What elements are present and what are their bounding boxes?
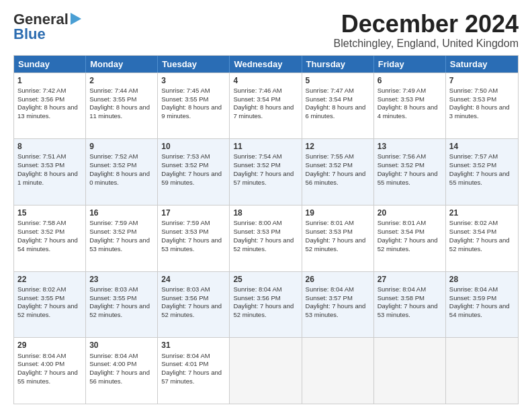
sunrise-info: Sunrise: 7:52 AM <box>89 152 154 161</box>
calendar-cell: 22 Sunrise: 8:02 AM Sunset: 3:55 PM Dayl… <box>14 272 86 338</box>
day-number: 16 <box>89 208 154 218</box>
sunrise-info: Sunrise: 7:50 AM <box>449 87 515 95</box>
calendar-cell: 26 Sunrise: 8:04 AM Sunset: 3:57 PM Dayl… <box>302 272 374 338</box>
calendar-cell: 23 Sunrise: 8:03 AM Sunset: 3:55 PM Dayl… <box>86 272 158 338</box>
day-number: 4 <box>233 75 298 86</box>
daylight-info: Daylight: 7 hours and 56 minutes. <box>89 369 154 386</box>
day-number: 18 <box>233 208 298 218</box>
daylight-info: Daylight: 8 hours and 7 minutes. <box>233 103 298 121</box>
daylight-info: Daylight: 8 hours and 13 minutes. <box>17 103 82 121</box>
daylight-info: Daylight: 7 hours and 57 minutes. <box>233 170 298 187</box>
daylight-info: Daylight: 8 hours and 11 minutes. <box>89 103 154 121</box>
sunrise-info: Sunrise: 7:51 AM <box>17 152 82 161</box>
sunset-info: Sunset: 3:55 PM <box>17 294 82 303</box>
calendar-header-cell: Thursday <box>302 56 374 73</box>
calendar-header-row: SundayMondayTuesdayWednesdayThursdayFrid… <box>14 56 518 73</box>
logo-blue: Blue <box>13 26 46 43</box>
calendar-header-cell: Tuesday <box>158 56 230 73</box>
daylight-info: Daylight: 7 hours and 55 minutes. <box>449 170 515 187</box>
calendar-row: 1 Sunrise: 7:42 AM Sunset: 3:56 PM Dayli… <box>14 73 518 139</box>
sunset-info: Sunset: 3:52 PM <box>89 228 154 236</box>
sunset-info: Sunset: 4:00 PM <box>89 360 154 369</box>
day-number: 6 <box>378 75 442 86</box>
sunrise-info: Sunrise: 7:42 AM <box>17 87 82 95</box>
daylight-info: Daylight: 8 hours and 9 minutes. <box>161 103 226 121</box>
calendar-cell: 24 Sunrise: 8:03 AM Sunset: 3:56 PM Dayl… <box>158 272 230 338</box>
sunset-info: Sunset: 3:55 PM <box>161 95 226 104</box>
calendar-cell: 8 Sunrise: 7:51 AM Sunset: 3:53 PM Dayli… <box>14 139 86 205</box>
daylight-info: Daylight: 7 hours and 53 minutes. <box>89 236 154 254</box>
day-number: 12 <box>306 141 370 152</box>
sunset-info: Sunset: 3:53 PM <box>449 95 515 104</box>
day-number: 11 <box>233 141 298 152</box>
sunrise-info: Sunrise: 7:59 AM <box>161 219 226 228</box>
sunrise-info: Sunrise: 7:58 AM <box>17 219 82 228</box>
daylight-info: Daylight: 7 hours and 52 minutes. <box>233 302 298 320</box>
calendar-cell: 15 Sunrise: 7:58 AM Sunset: 3:52 PM Dayl… <box>14 205 86 271</box>
sunset-info: Sunset: 3:54 PM <box>378 228 442 236</box>
calendar-cell: 13 Sunrise: 7:56 AM Sunset: 3:52 PM Dayl… <box>374 139 446 205</box>
sunset-info: Sunset: 3:53 PM <box>233 228 298 236</box>
sunrise-info: Sunrise: 8:04 AM <box>89 352 154 361</box>
day-number: 10 <box>161 141 226 152</box>
daylight-info: Daylight: 8 hours and 4 minutes. <box>378 103 442 121</box>
calendar-cell: 4 Sunrise: 7:46 AM Sunset: 3:54 PM Dayli… <box>230 73 302 139</box>
calendar-cell: 7 Sunrise: 7:50 AM Sunset: 3:53 PM Dayli… <box>446 73 518 139</box>
calendar: SundayMondayTuesdayWednesdayThursdayFrid… <box>13 55 519 404</box>
daylight-info: Daylight: 8 hours and 0 minutes. <box>89 170 154 187</box>
sunrise-info: Sunrise: 7:46 AM <box>233 87 298 95</box>
logo: General Blue <box>13 11 81 43</box>
day-number: 22 <box>17 274 82 285</box>
sunset-info: Sunset: 3:52 PM <box>449 161 515 170</box>
day-number: 15 <box>17 208 82 218</box>
daylight-info: Daylight: 7 hours and 56 minutes. <box>306 170 370 187</box>
day-number: 30 <box>89 340 154 351</box>
calendar-cell: 5 Sunrise: 7:47 AM Sunset: 3:54 PM Dayli… <box>302 73 374 139</box>
daylight-info: Daylight: 7 hours and 54 minutes. <box>17 236 82 254</box>
day-number: 9 <box>89 141 154 152</box>
calendar-body: 1 Sunrise: 7:42 AM Sunset: 3:56 PM Dayli… <box>14 73 518 404</box>
sunset-info: Sunset: 3:55 PM <box>89 294 154 303</box>
sunset-info: Sunset: 3:55 PM <box>89 95 154 104</box>
sunrise-info: Sunrise: 8:03 AM <box>89 285 154 294</box>
sunrise-info: Sunrise: 8:01 AM <box>378 219 442 228</box>
day-number: 3 <box>161 75 226 86</box>
calendar-header-cell: Sunday <box>14 56 86 73</box>
calendar-cell: 18 Sunrise: 8:00 AM Sunset: 3:53 PM Dayl… <box>230 205 302 271</box>
day-number: 17 <box>161 208 226 218</box>
main-title: December 2024 <box>334 11 519 38</box>
daylight-info: Daylight: 7 hours and 59 minutes. <box>161 170 226 187</box>
calendar-row: 29 Sunrise: 8:04 AM Sunset: 4:00 PM Dayl… <box>14 337 518 404</box>
header: General Blue December 2024 Bletchingley,… <box>13 11 519 50</box>
calendar-cell: 9 Sunrise: 7:52 AM Sunset: 3:52 PM Dayli… <box>86 139 158 205</box>
sunset-info: Sunset: 3:59 PM <box>449 294 515 303</box>
daylight-info: Daylight: 7 hours and 52 minutes. <box>233 236 298 254</box>
sunrise-info: Sunrise: 7:56 AM <box>378 152 442 161</box>
calendar-cell: 31 Sunrise: 8:04 AM Sunset: 4:01 PM Dayl… <box>158 338 230 404</box>
calendar-row: 15 Sunrise: 7:58 AM Sunset: 3:52 PM Dayl… <box>14 205 518 271</box>
sunrise-info: Sunrise: 8:03 AM <box>161 285 226 294</box>
daylight-info: Daylight: 7 hours and 54 minutes. <box>449 302 515 320</box>
daylight-info: Daylight: 7 hours and 57 minutes. <box>161 369 226 386</box>
calendar-cell: 25 Sunrise: 8:04 AM Sunset: 3:56 PM Dayl… <box>230 272 302 338</box>
calendar-cell <box>302 338 374 404</box>
sunrise-info: Sunrise: 8:04 AM <box>449 285 515 294</box>
sunset-info: Sunset: 3:52 PM <box>161 161 226 170</box>
daylight-info: Daylight: 7 hours and 55 minutes. <box>378 170 442 187</box>
sunset-info: Sunset: 3:56 PM <box>161 294 226 303</box>
calendar-cell: 3 Sunrise: 7:45 AM Sunset: 3:55 PM Dayli… <box>158 73 230 139</box>
sunrise-info: Sunrise: 8:04 AM <box>306 285 370 294</box>
day-number: 5 <box>306 75 370 86</box>
sunset-info: Sunset: 3:53 PM <box>306 228 370 236</box>
sunset-info: Sunset: 3:54 PM <box>449 228 515 236</box>
day-number: 28 <box>449 274 515 285</box>
calendar-row: 22 Sunrise: 8:02 AM Sunset: 3:55 PM Dayl… <box>14 271 518 338</box>
day-number: 31 <box>161 340 226 351</box>
day-number: 29 <box>17 340 82 351</box>
calendar-cell: 2 Sunrise: 7:44 AM Sunset: 3:55 PM Dayli… <box>86 73 158 139</box>
title-section: December 2024 Bletchingley, England, Uni… <box>334 11 519 50</box>
sunset-info: Sunset: 3:57 PM <box>306 294 370 303</box>
day-number: 19 <box>306 208 370 218</box>
calendar-header-cell: Saturday <box>446 56 518 73</box>
calendar-cell: 19 Sunrise: 8:01 AM Sunset: 3:53 PM Dayl… <box>302 205 374 271</box>
